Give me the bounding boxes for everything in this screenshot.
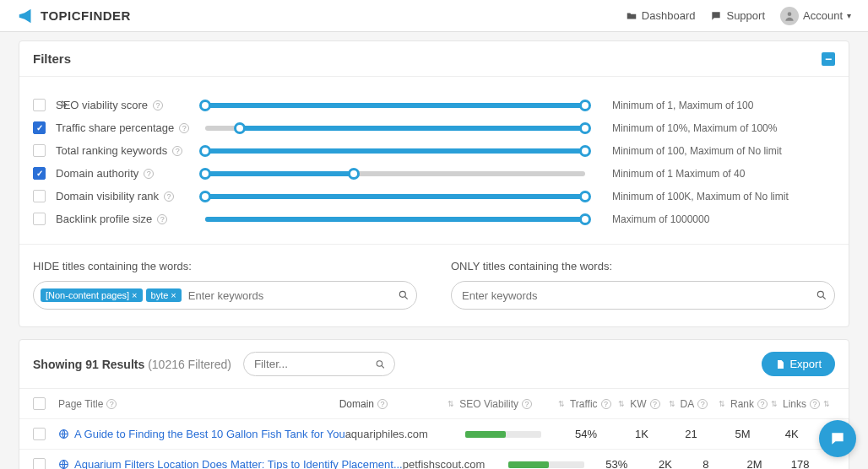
help-icon[interactable] <box>650 399 660 409</box>
help-icon[interactable] <box>377 399 388 409</box>
slider-handle-max[interactable] <box>579 100 591 111</box>
col-seo[interactable]: SEO Viability⇅ <box>459 398 570 410</box>
filter-checkbox[interactable] <box>33 167 46 180</box>
filter-label: Traffic share percentage <box>56 121 195 134</box>
only-keywords-field[interactable] <box>458 286 812 305</box>
results-filter-field[interactable] <box>254 358 369 370</box>
sort-icon[interactable]: ⇅ <box>823 400 835 408</box>
only-keywords-input[interactable] <box>451 281 835 310</box>
slider-handle-min[interactable] <box>199 100 211 111</box>
document-icon <box>775 359 785 369</box>
cell-seo <box>508 458 605 469</box>
filter-checkbox[interactable] <box>33 213 46 225</box>
range-slider[interactable] <box>205 194 585 199</box>
filter-summary: Minimum of 100, Maximum of No limit <box>612 145 835 157</box>
nav-dashboard[interactable]: Dashboard <box>626 9 696 22</box>
cell-kw: 2K <box>659 458 703 469</box>
help-icon[interactable] <box>522 399 532 409</box>
filter-summary: Minimum of 10%, Maximum of 100% <box>612 122 835 134</box>
topbar: TOPICFINDER Dashboard Support Account ▾ <box>0 0 868 32</box>
filter-tag[interactable]: byte× <box>146 288 182 302</box>
filter-label-text: Total ranking keywords <box>56 144 167 157</box>
sort-icon[interactable]: ⇅ <box>618 400 630 408</box>
range-slider[interactable] <box>205 217 585 222</box>
search-icon <box>375 358 386 369</box>
slider-handle-max[interactable] <box>579 213 591 225</box>
results-filter-input[interactable] <box>243 352 395 376</box>
page-title-link[interactable]: Aquarium Filters Location Does Matter: T… <box>74 458 403 469</box>
range-slider[interactable] <box>205 126 585 131</box>
slider-handle-min[interactable] <box>234 122 246 134</box>
filter-checkbox[interactable] <box>33 190 46 202</box>
col-rank[interactable]: Rank⇅ <box>730 398 783 410</box>
svg-point-1 <box>399 291 405 297</box>
row-checkbox[interactable] <box>33 428 46 440</box>
nav-support[interactable]: Support <box>710 9 765 22</box>
help-icon[interactable] <box>172 146 182 156</box>
help-icon[interactable] <box>757 399 768 409</box>
filter-summary: Maximum of 1000000 <box>612 213 835 225</box>
filter-checkbox[interactable] <box>33 121 46 134</box>
help-icon[interactable] <box>697 399 708 409</box>
export-button[interactable]: Export <box>762 352 835 376</box>
tag-remove-icon[interactable]: × <box>132 290 137 300</box>
tag-remove-icon[interactable]: × <box>171 290 176 300</box>
collapse-button[interactable]: − <box>822 52 835 66</box>
chat-fab[interactable] <box>819 420 856 457</box>
hide-keywords-input[interactable]: [Non-content pages]×byte× <box>33 281 417 310</box>
help-icon[interactable] <box>157 214 167 224</box>
filters-title: Filters <box>33 51 71 66</box>
col-page-title[interactable]: Page Title <box>58 398 339 410</box>
sort-icon[interactable]: ⇅ <box>669 400 681 408</box>
svg-point-3 <box>377 360 382 366</box>
filter-summary: Minimum of 100K, Maximum of No limit <box>612 191 835 202</box>
filter-label: Domain authority <box>56 167 195 180</box>
hide-keywords-field[interactable] <box>185 286 394 305</box>
filter-row: Traffic share percentage Minimum of 10%,… <box>33 116 835 139</box>
slider-handle-min[interactable] <box>199 145 211 157</box>
help-icon[interactable] <box>144 169 154 179</box>
filter-checkbox[interactable] <box>33 144 46 157</box>
range-slider[interactable] <box>205 103 585 108</box>
svg-point-0 <box>788 12 792 16</box>
nav-support-label: Support <box>726 9 765 22</box>
slider-handle-min[interactable] <box>199 191 211 202</box>
help-icon[interactable] <box>601 399 611 409</box>
help-icon[interactable] <box>106 399 117 409</box>
slider-handle-max[interactable] <box>579 191 591 202</box>
filter-checkbox[interactable] <box>33 99 46 111</box>
filter-tag[interactable]: [Non-content pages]× <box>41 288 143 302</box>
cell-domain: petfishscout.com <box>403 458 508 469</box>
help-icon[interactable] <box>179 123 189 133</box>
range-slider[interactable] <box>205 171 585 176</box>
row-checkbox[interactable] <box>33 458 46 469</box>
slider-handle-max[interactable] <box>348 168 360 180</box>
search-icon <box>398 289 410 301</box>
sort-icon[interactable]: ⇅ <box>558 400 570 408</box>
help-icon[interactable] <box>810 399 820 409</box>
filter-label: SEO viability score <box>56 99 195 111</box>
slider-handle-min[interactable] <box>199 168 211 180</box>
slider-handle-max[interactable] <box>579 122 591 134</box>
col-links[interactable]: Links⇅ <box>783 398 835 410</box>
results-panel: Showing 91 Results (10216 Filtered) Expo… <box>19 339 849 469</box>
col-da[interactable]: DA⇅ <box>681 398 730 410</box>
help-icon[interactable] <box>153 100 163 111</box>
logo[interactable]: TOPICFINDER <box>17 7 131 25</box>
select-all-checkbox[interactable] <box>33 397 46 410</box>
page-title-link[interactable]: A Guide to Finding the Best 10 Gallon Fi… <box>74 428 345 440</box>
slider-handle-max[interactable] <box>579 145 591 157</box>
sort-icon[interactable]: ⇅ <box>719 400 730 408</box>
col-domain[interactable]: Domain⇅ <box>339 398 460 410</box>
sort-icon[interactable]: ⇅ <box>448 400 459 408</box>
folder-icon <box>626 10 637 22</box>
help-icon[interactable] <box>164 191 174 202</box>
filter-label: Backlink profile size <box>56 213 195 225</box>
range-slider[interactable] <box>205 148 585 154</box>
filter-row: Total ranking keywords Minimum of 100, M… <box>33 139 835 162</box>
col-kw[interactable]: KW⇅ <box>630 398 680 410</box>
only-label: ONLY titles containing the words: <box>451 260 835 272</box>
sort-icon[interactable]: ⇅ <box>771 400 783 408</box>
col-traffic[interactable]: Traffic⇅ <box>570 398 630 410</box>
nav-account[interactable]: Account ▾ <box>780 7 851 25</box>
